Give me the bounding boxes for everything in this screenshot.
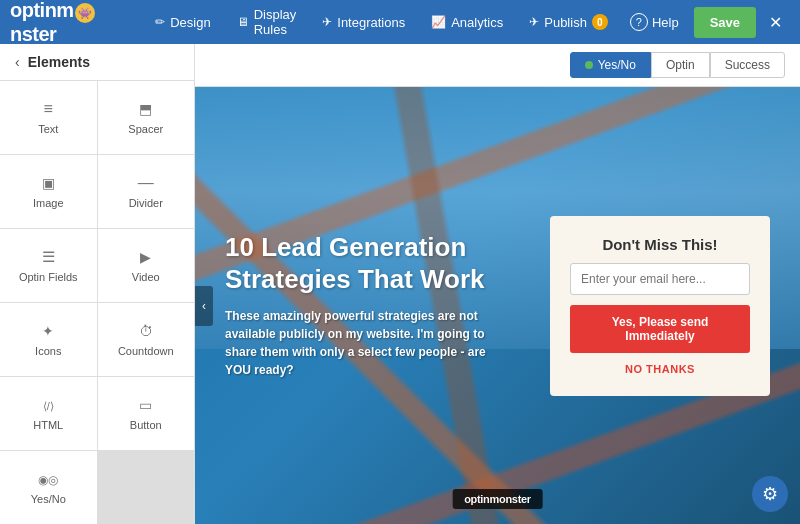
- element-video[interactable]: Video: [98, 229, 195, 302]
- nav-right: ? Help Save ✕: [620, 7, 790, 38]
- sidebar: ‹ Elements Text Spacer Image Divider: [0, 44, 195, 524]
- video-icon: [140, 248, 151, 266]
- tab-yes-no-label: Yes/No: [598, 58, 636, 72]
- integrations-icon: ✈: [322, 15, 332, 29]
- bottom-logo-text: optinmonster: [464, 493, 531, 505]
- html-icon: [43, 396, 54, 414]
- nav-integrations-label: Integrations: [337, 15, 405, 30]
- steering-wheel-icon: ⚙: [762, 483, 778, 505]
- save-button[interactable]: Save: [694, 7, 756, 38]
- canvas-area: Yes/No Optin Success ‹ 10 Lead Generatio…: [195, 44, 800, 524]
- main-layout: ‹ Elements Text Spacer Image Divider: [0, 44, 800, 524]
- display-rules-icon: 🖥: [237, 15, 249, 29]
- design-icon: ✏: [155, 15, 165, 29]
- help-question-icon: ?: [630, 13, 648, 31]
- help-wheel-button[interactable]: ⚙: [752, 476, 788, 512]
- tab-optin-label: Optin: [666, 58, 695, 72]
- close-button[interactable]: ✕: [761, 7, 790, 38]
- canvas-inner: 10 Lead Generation Strategies That Work …: [195, 87, 800, 524]
- logo-text: optinm👾nster: [10, 0, 133, 46]
- optin-email-input[interactable]: [570, 263, 750, 295]
- element-icons[interactable]: Icons: [0, 303, 97, 376]
- publish-label: Publish: [544, 15, 587, 30]
- divider-label: Divider: [129, 197, 163, 209]
- elements-grid: Text Spacer Image Divider Optin Fields V…: [0, 81, 194, 524]
- element-image[interactable]: Image: [0, 155, 97, 228]
- text-icon: [44, 100, 53, 118]
- spacer-label: Spacer: [128, 123, 163, 135]
- tab-optin[interactable]: Optin: [651, 52, 710, 78]
- element-html[interactable]: HTML: [0, 377, 97, 450]
- canvas-left: 10 Lead Generation Strategies That Work …: [225, 232, 530, 378]
- canvas-subtext: These amazingly powerful strategies are …: [225, 307, 505, 379]
- countdown-icon: [139, 322, 153, 340]
- optin-box: Don't Miss This! Yes, Please send Immedi…: [550, 216, 770, 396]
- tab-success[interactable]: Success: [710, 52, 785, 78]
- optin-fields-label: Optin Fields: [19, 271, 78, 283]
- nav-publish[interactable]: ✈ Publish 0: [517, 8, 620, 36]
- logo-icon: 👾: [75, 3, 95, 23]
- optin-no-thanks[interactable]: NO THANKS: [625, 363, 695, 375]
- image-icon: [42, 174, 55, 192]
- nav-analytics[interactable]: 📈 Analytics: [419, 9, 515, 36]
- optin-fields-icon: [42, 248, 55, 266]
- icons-icon: [42, 322, 54, 340]
- publish-badge: 0: [592, 14, 608, 30]
- sidebar-back-button[interactable]: ‹: [15, 54, 20, 70]
- sidebar-header: ‹ Elements: [0, 44, 194, 81]
- element-spacer[interactable]: Spacer: [98, 81, 195, 154]
- canvas-content: ‹ 10 Lead Generation Strategies That Wor…: [195, 87, 800, 524]
- tab-success-label: Success: [725, 58, 770, 72]
- nav-design-label: Design: [170, 15, 210, 30]
- element-button[interactable]: Button: [98, 377, 195, 450]
- canvas-tabs: Yes/No Optin Success: [195, 44, 800, 87]
- logo: optinm👾nster: [10, 0, 133, 46]
- spacer-icon: [139, 100, 152, 118]
- video-label: Video: [132, 271, 160, 283]
- nav-items: ✏ Design 🖥 Display Rules ✈ Integrations …: [143, 1, 620, 43]
- nav-design[interactable]: ✏ Design: [143, 9, 222, 36]
- image-label: Image: [33, 197, 64, 209]
- countdown-label: Countdown: [118, 345, 174, 357]
- element-divider[interactable]: Divider: [98, 155, 195, 228]
- top-navigation: optinm👾nster ✏ Design 🖥 Display Rules ✈ …: [0, 0, 800, 44]
- element-countdown[interactable]: Countdown: [98, 303, 195, 376]
- html-label: HTML: [33, 419, 63, 431]
- collapse-sidebar-button[interactable]: ‹: [195, 286, 213, 326]
- icons-label: Icons: [35, 345, 61, 357]
- nav-display-rules-label: Display Rules: [254, 7, 297, 37]
- tab-active-indicator: [585, 61, 593, 69]
- divider-icon: [138, 174, 154, 192]
- canvas-headline: 10 Lead Generation Strategies That Work: [225, 232, 530, 294]
- yes-no-icon: [38, 470, 58, 488]
- tab-yes-no[interactable]: Yes/No: [570, 52, 651, 78]
- optin-submit-button[interactable]: Yes, Please send Immediately: [570, 305, 750, 353]
- nav-analytics-label: Analytics: [451, 15, 503, 30]
- button-label: Button: [130, 419, 162, 431]
- text-label: Text: [38, 123, 58, 135]
- nav-integrations[interactable]: ✈ Integrations: [310, 9, 417, 36]
- element-yes-no[interactable]: Yes/No: [0, 451, 97, 524]
- analytics-icon: 📈: [431, 15, 446, 29]
- optin-title: Don't Miss This!: [602, 236, 717, 253]
- publish-icon: ✈: [529, 15, 539, 29]
- help-label: Help: [652, 15, 679, 30]
- help-button[interactable]: ? Help: [620, 7, 689, 37]
- button-icon: [139, 396, 152, 414]
- canvas-bottom-logo: optinmonster: [452, 489, 543, 509]
- nav-display-rules[interactable]: 🖥 Display Rules: [225, 1, 309, 43]
- yes-no-label: Yes/No: [31, 493, 66, 505]
- element-text[interactable]: Text: [0, 81, 97, 154]
- sidebar-title: Elements: [28, 54, 90, 70]
- element-optin-fields[interactable]: Optin Fields: [0, 229, 97, 302]
